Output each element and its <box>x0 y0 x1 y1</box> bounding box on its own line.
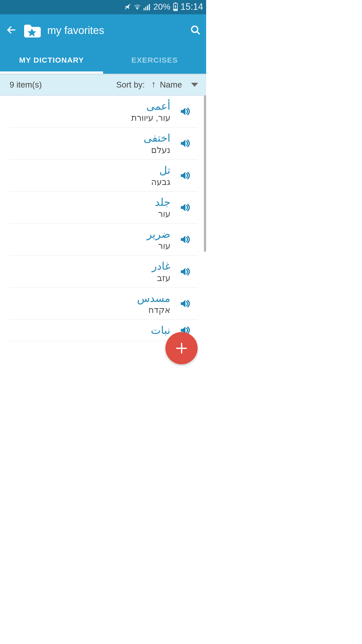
speaker-icon <box>179 138 190 149</box>
tab-my-dictionary[interactable]: MY DICTIONARY <box>0 47 103 74</box>
list-item[interactable]: أعمى עור, עיוורת <box>9 96 197 128</box>
translation-text: עור <box>158 241 170 251</box>
list-item[interactable]: ضرير עור <box>9 224 197 256</box>
item-count: 9 item(s) <box>10 80 116 90</box>
word-text: مسدس <box>137 292 170 304</box>
mute-icon <box>124 3 131 10</box>
speaker-icon <box>179 266 190 277</box>
word-text: جلد <box>155 196 170 208</box>
svg-rect-7 <box>174 9 177 10</box>
page-title: my favorites <box>47 24 104 36</box>
translation-text: גבעה <box>151 177 170 187</box>
translation-text: עזב <box>157 273 170 283</box>
sort-direction-icon[interactable]: ↑ <box>151 79 156 90</box>
sort-label: Sort by: <box>116 80 145 90</box>
sort-bar: 9 item(s) Sort by: ↑ Name <box>0 74 206 96</box>
tabs: MY DICTIONARY EXERCISES <box>0 47 206 74</box>
list-item[interactable]: جلد עור <box>9 192 197 224</box>
word-text: غادر <box>152 260 170 272</box>
translation-text: אקדח <box>148 305 170 315</box>
word-text: نبات <box>151 324 170 336</box>
word-text: اختفى <box>144 132 170 144</box>
app-bar: my favorites MY DICTIONARY EXERCISES <box>0 14 206 74</box>
translation-text: עור, עיוורת <box>131 113 170 123</box>
translation-text: עור <box>158 209 170 219</box>
translation-text: נעלם <box>151 145 170 155</box>
svg-rect-2 <box>145 7 146 10</box>
status-bar: 20% 15:14 <box>0 0 206 14</box>
play-audio-button[interactable] <box>179 170 190 181</box>
battery-charging-icon <box>173 3 178 11</box>
search-icon <box>190 25 201 35</box>
svg-rect-1 <box>144 8 145 10</box>
search-button[interactable] <box>190 25 201 36</box>
word-text: تل <box>159 164 170 176</box>
sort-field[interactable]: Name <box>160 80 182 90</box>
svg-rect-6 <box>175 3 176 4</box>
sort-dropdown-icon[interactable] <box>191 83 198 87</box>
play-audio-button[interactable] <box>179 106 190 117</box>
list-item[interactable]: مسدس אקדח <box>9 288 197 320</box>
speaker-icon <box>179 234 190 245</box>
status-icons <box>124 3 151 10</box>
back-arrow-icon <box>6 25 17 35</box>
status-time: 15:14 <box>180 2 203 12</box>
signal-icon <box>143 3 151 10</box>
play-audio-button[interactable] <box>179 138 190 149</box>
speaker-icon <box>179 298 190 309</box>
word-text: ضرير <box>147 228 170 240</box>
speaker-icon <box>179 106 190 117</box>
add-button[interactable] <box>165 332 198 364</box>
svg-rect-4 <box>149 4 150 10</box>
play-audio-button[interactable] <box>179 234 190 245</box>
battery-percent: 20% <box>153 2 170 12</box>
svg-line-10 <box>197 31 199 34</box>
favorites-folder-icon <box>23 24 41 37</box>
list-item[interactable]: غادر עזב <box>9 256 197 288</box>
list-item[interactable]: تل גבעה <box>9 160 197 192</box>
back-button[interactable] <box>6 25 17 36</box>
play-audio-button[interactable] <box>179 202 190 213</box>
svg-rect-3 <box>147 5 148 10</box>
word-list: أعمى עור, עיוורת اختفى נעלם <box>0 96 206 366</box>
play-audio-button[interactable] <box>179 298 190 309</box>
tab-exercises[interactable]: EXERCISES <box>103 47 206 74</box>
list-item[interactable]: اختفى נעלם <box>9 128 197 159</box>
speaker-icon <box>179 170 190 181</box>
play-audio-button[interactable] <box>179 266 190 277</box>
word-text: أعمى <box>146 100 170 112</box>
wifi-icon <box>133 3 141 10</box>
speaker-icon <box>179 202 190 213</box>
